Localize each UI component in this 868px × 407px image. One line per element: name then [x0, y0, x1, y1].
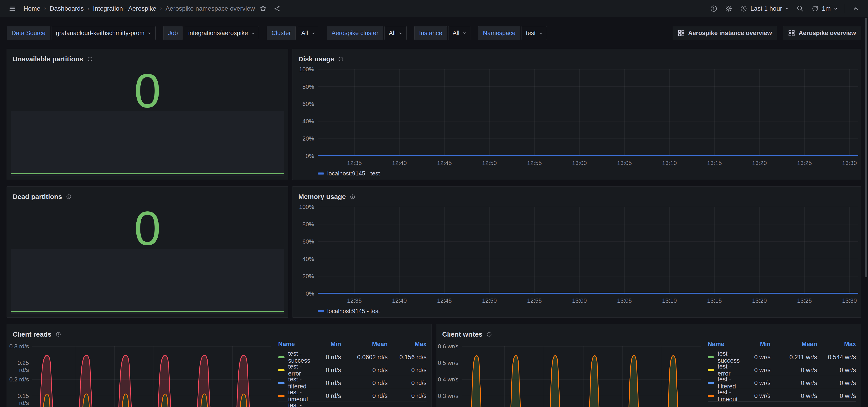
legend-series-name[interactable]: test - filtered: [708, 376, 741, 390]
disk-usage-chart: 0%20%40%60%80%100%12:3512:4012:4512:5012…: [292, 49, 861, 180]
kiosk-chevron-up-icon[interactable]: [850, 3, 862, 14]
legend-item[interactable]: localhost:9145 - test: [318, 308, 380, 315]
legend-series-name[interactable]: test - filtered: [278, 376, 312, 390]
filter-value: All: [453, 30, 459, 37]
filter-value: All: [301, 30, 308, 37]
refresh-interval-label: 1m: [822, 5, 831, 12]
legend-table-row: test - timeout0 rd/s0 rd/s0 rd/s: [278, 389, 427, 402]
chevron-down-icon: [834, 7, 837, 10]
apps-grid-icon: [788, 30, 795, 36]
legend-series-name[interactable]: test - success: [278, 350, 312, 364]
apps-grid-icon: [678, 30, 685, 36]
y-axis-tick: 0.2 rd/s: [7, 376, 29, 383]
nav-right: Last 1 hour 1m: [708, 3, 862, 14]
panel-title: Client writes: [442, 330, 483, 338]
filter-value-dropdown[interactable]: test: [522, 26, 547, 40]
scrollbar-thumb[interactable]: [865, 18, 867, 277]
legend-swatch: [278, 382, 284, 384]
legend-series-name[interactable]: test - error: [278, 363, 312, 377]
legend-series-name[interactable]: test - error: [708, 363, 741, 377]
legend-swatch: [278, 356, 284, 358]
legend-min-value: 0 rd/s: [312, 367, 341, 374]
star-icon[interactable]: [257, 3, 269, 14]
time-range-picker[interactable]: Last 1 hour: [738, 3, 791, 14]
refresh-picker[interactable]: 1m: [809, 3, 840, 14]
legend-mean-value: 0 rd/s: [341, 393, 388, 400]
legend-header-mean[interactable]: Mean: [771, 341, 817, 348]
legend-header-max[interactable]: Max: [817, 341, 856, 348]
legend-item[interactable]: localhost:9145 - test: [318, 170, 380, 177]
breadcrumb-item-aerospike-namespace-overview[interactable]: Aerospike namespace overview: [165, 5, 255, 12]
panel-info-icon[interactable]: [66, 194, 71, 199]
panel-dead-partitions: Dead partitions 0: [6, 186, 288, 318]
legend-header-max[interactable]: Max: [388, 341, 427, 348]
legend-min-value: 0 rd/s: [312, 380, 341, 387]
panel-info-icon[interactable]: [87, 56, 93, 62]
filter-cluster: ClusterAll: [267, 26, 319, 40]
divider: [845, 4, 845, 13]
filter-label: Aerospike cluster: [327, 26, 383, 40]
legend-mean-value: 0 rd/s: [341, 380, 388, 387]
filter-namespace: Namespacetest: [478, 26, 547, 40]
x-axis-tick: 13:25: [788, 297, 820, 304]
y-axis-tick: 0.15 rd/s: [7, 393, 29, 407]
y-axis-tick: 0.3 wr/s: [436, 393, 458, 400]
filter-value: All: [389, 30, 396, 37]
info-icon[interactable]: [708, 3, 720, 14]
x-axis-tick: 13:30: [834, 159, 865, 167]
legend-max-value: 0.156 rd/s: [388, 354, 427, 361]
legend-table-header: NameMinMeanMax: [708, 338, 856, 350]
refresh-icon: [811, 5, 819, 12]
legend-min-value: 0 wr/s: [741, 380, 771, 387]
legend-header-min[interactable]: Min: [312, 341, 341, 348]
legend-header-name[interactable]: Name: [278, 341, 312, 348]
filter-label: Job: [163, 26, 183, 40]
legend-header-mean[interactable]: Mean: [341, 341, 388, 348]
dashboard-link-aerospike-instance-overview[interactable]: Aerospike instance overview: [673, 26, 777, 40]
filter-value-dropdown[interactable]: integrations/aerospike: [184, 26, 259, 40]
legend-header-min[interactable]: Min: [741, 341, 771, 348]
panel-info-icon[interactable]: [338, 56, 344, 62]
filter-value: integrations/aerospike: [188, 30, 248, 37]
y-axis-tick: 0.4 wr/s: [436, 376, 458, 383]
breadcrumb-item-home[interactable]: Home: [24, 5, 40, 12]
panel-info-icon[interactable]: [487, 331, 492, 337]
legend-series-name[interactable]: test - not found: [278, 402, 312, 407]
panel-title: Unavailable partitions: [13, 55, 83, 63]
settings-gear-icon[interactable]: [723, 3, 735, 14]
filter-value-dropdown[interactable]: All: [448, 26, 470, 40]
panel-unavailable-partitions: Unavailable partitions 0: [6, 49, 288, 180]
share-icon[interactable]: [271, 3, 283, 14]
breadcrumb-item-dashboards[interactable]: Dashboards: [50, 5, 84, 12]
sparkline-line: [11, 173, 284, 174]
filter-label: Cluster: [267, 26, 296, 40]
breadcrumb-item-integration-aerospike[interactable]: Integration - Aerospike: [93, 5, 156, 12]
x-axis-tick: 13:15: [699, 297, 730, 304]
legend-header-name[interactable]: Name: [708, 341, 741, 348]
filter-value-dropdown[interactable]: All: [297, 26, 319, 40]
filter-value-dropdown[interactable]: All: [384, 26, 407, 40]
panel-title: Memory usage: [298, 193, 346, 201]
variables-toolbar: Data Sourcegrafanacloud-keithschmitty-pr…: [0, 18, 868, 49]
dashboard-link-aerospike-overview[interactable]: Aerospike overview: [783, 26, 861, 40]
legend-table-row: test - error0 rd/s0 rd/s0 rd/s: [278, 363, 427, 376]
zoom-out-icon[interactable]: [794, 3, 806, 14]
panel-info-icon[interactable]: [350, 194, 355, 199]
y-axis-tick: 60%: [292, 100, 314, 108]
y-axis-tick: 80%: [292, 221, 314, 228]
menu-icon[interactable]: [6, 3, 18, 14]
y-axis-tick: 0.5 wr/s: [436, 359, 458, 367]
legend-series-name[interactable]: test - timeout: [708, 389, 741, 403]
legend-table-row: test - error0 wr/s0 wr/s0 wr/s: [708, 363, 856, 376]
filter-value: test: [526, 30, 536, 37]
legend-swatch: [708, 382, 714, 384]
x-axis-tick: 13:10: [654, 297, 685, 304]
legend-series-name[interactable]: test - success: [708, 350, 741, 364]
filter-value-dropdown[interactable]: grafanacloud-keithschmitty-prom: [52, 26, 156, 40]
chevron-down-icon: [251, 32, 255, 34]
panel-info-icon[interactable]: [56, 331, 61, 337]
filter-label: Data Source: [7, 26, 50, 40]
legend-series-name[interactable]: test - timeout: [278, 389, 312, 403]
x-axis-tick: 12:55: [519, 159, 550, 167]
y-axis-tick: 100%: [292, 66, 314, 73]
